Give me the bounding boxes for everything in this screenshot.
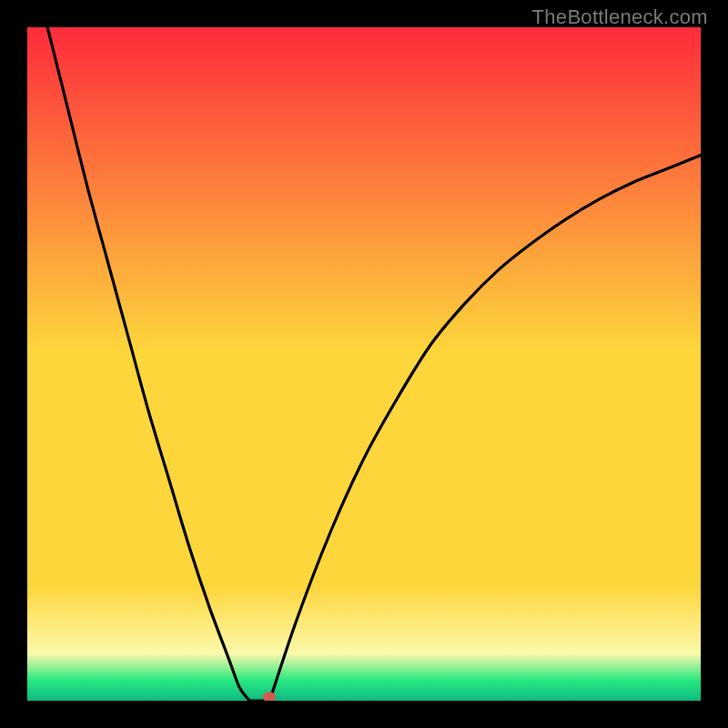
- bottleneck-curve: [27, 27, 701, 701]
- watermark-text: TheBottleneck.com: [532, 5, 708, 29]
- optimum-marker: [263, 692, 276, 701]
- plot-area: [27, 27, 701, 701]
- chart-frame: TheBottleneck.com: [0, 0, 728, 728]
